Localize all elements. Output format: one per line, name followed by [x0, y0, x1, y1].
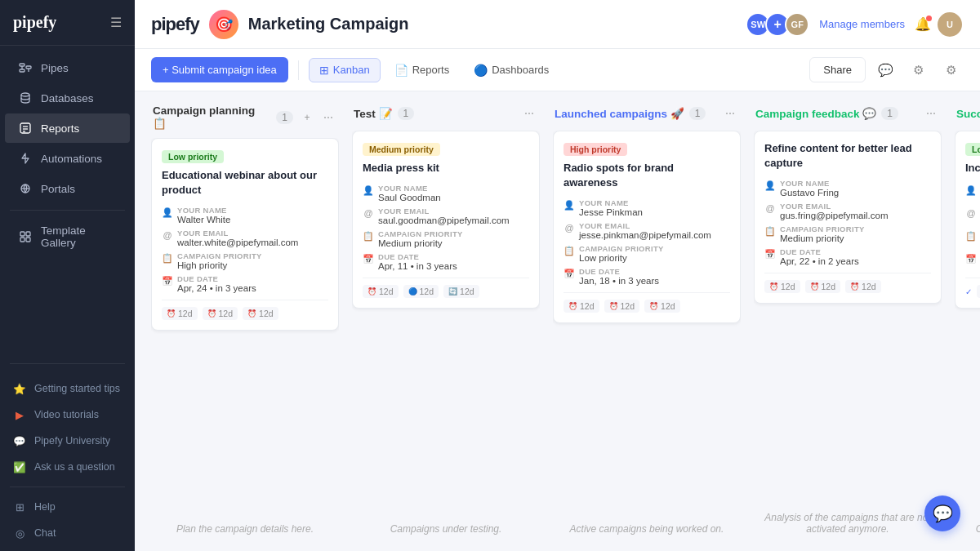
sidebar-item-portals[interactable]: Portals [5, 174, 130, 203]
portals-icon [18, 181, 33, 196]
name-value: Saul Goodman [378, 193, 529, 202]
column-menu-button[interactable]: ⋯ [721, 104, 739, 122]
tag-icon: ⏰ [810, 282, 819, 291]
sidebar-item-ask-question[interactable]: ✅ Ask us a question [0, 454, 135, 480]
card-email-field: @ YOUR EMAIL jesse.pinkman@pipefymail.co… [564, 221, 730, 240]
card-name-field: 👤 YOUR NAME Gustavo Fring [764, 179, 931, 198]
name-value: Walter White [177, 215, 328, 224]
card-tag: ⏰12d [764, 280, 800, 293]
tag-icon: ⏰ [167, 309, 176, 318]
column-menu-button[interactable]: ⋯ [922, 104, 940, 122]
sidebar-item-label: Databases [41, 92, 94, 104]
column-title: Launched campaigns 🚀 [555, 107, 684, 120]
column-body-test: Medium priority Media press kit 👤 YOUR N… [352, 131, 540, 512]
column-emoji: 📝 [379, 108, 393, 120]
sidebar-item-label: Automations [41, 153, 102, 165]
sidebar-item-automations[interactable]: Automations [5, 144, 130, 173]
card[interactable]: High priority Radio spots for brand awar… [553, 131, 741, 323]
submit-campaign-button[interactable]: + Submit campaign idea [151, 57, 288, 82]
member-avatars: SW + GF [746, 12, 809, 37]
svg-rect-12 [20, 232, 24, 236]
notifications-bell[interactable]: 🔔 [915, 16, 931, 32]
card-tag: ⏰12d [363, 285, 399, 298]
sidebar-item-reports[interactable]: Reports [5, 113, 130, 143]
person-icon: 👤 [764, 180, 776, 191]
sidebar-item-pipes[interactable]: Pipes [5, 53, 130, 82]
column-emoji: 💬 [862, 108, 876, 120]
sidebar-item-databases[interactable]: Databases [5, 83, 130, 113]
date-value: Apr, 24 • in 3 years [177, 283, 328, 293]
tab-kanban[interactable]: ⊞ Kanban [309, 58, 381, 82]
priority-icon: 📋 [162, 252, 173, 264]
card-footer: ✓ ⏰12d [965, 278, 980, 298]
card-tag: ⏰12d [644, 300, 680, 313]
settings-icon-button[interactable]: ⚙ [938, 57, 964, 83]
tab-reports[interactable]: 📄 Reports [384, 58, 461, 82]
column-emoji: 🚀 [670, 108, 684, 120]
topbar-logo: pipefy [151, 14, 199, 35]
sidebar-item-help[interactable]: ⊞ Help [0, 494, 135, 520]
sidebar-item-getting-started[interactable]: ⭐ Getting started tips [0, 375, 135, 402]
hamburger-icon[interactable]: ☰ [110, 15, 122, 30]
email-label: YOUR EMAIL [378, 207, 529, 216]
add-card-button[interactable]: + [298, 109, 316, 127]
page-title: Marketing Campaign [248, 15, 409, 33]
date-value: Apr, 22 • in 2 years [780, 256, 931, 266]
card[interactable]: Low priority Educational webinar about o… [151, 138, 339, 331]
column-body-campaign-planning: Low priority Educational webinar about o… [151, 138, 339, 512]
column-title: Campaign feedback 💬 [755, 107, 876, 120]
priority-field-label: CAMPAIGN PRIORITY [780, 224, 931, 233]
ask-question-label: Ask us a question [34, 461, 115, 473]
tag-icon: ⏰ [568, 302, 577, 310]
priority-field-label: CAMPAIGN PRIORITY [177, 251, 328, 260]
column-footer-successful: Congratulations! You were succ... [955, 520, 980, 538]
date-value: Apr, 11 • in 3 years [378, 261, 529, 271]
share-button[interactable]: Share [809, 57, 866, 82]
manage-members-link[interactable]: Manage members [819, 18, 905, 30]
email-icon: @ [564, 222, 575, 233]
toolbar: + Submit campaign idea ⊞ Kanban 📄 Report… [135, 49, 980, 91]
sidebar-item-template-gallery[interactable]: Template Gallery [5, 217, 130, 256]
date-label: DUE DATE [177, 274, 328, 283]
tab-dashboards[interactable]: 🔵 Dashboards [463, 58, 559, 82]
pipefy-university-label: Pipefy University [34, 435, 110, 447]
svg-rect-0 [20, 64, 24, 66]
name-value: Gustavo Fring [780, 188, 931, 198]
email-value: saul.goodman@pipefymail.com [378, 216, 529, 225]
column-launched-campaigns: Launched campaigns 🚀 1 ⋯ High priority R… [553, 104, 741, 538]
filter-icon-button[interactable]: ⚙ [905, 57, 931, 83]
column-menu-button[interactable]: ⋯ [520, 104, 538, 122]
column-actions: ⋯ [922, 104, 940, 122]
email-label: YOUR EMAIL [177, 229, 328, 238]
sidebar-item-video-tutorials[interactable]: ▶ Video tutorials [0, 402, 135, 428]
sidebar-item-chat[interactable]: ◎ Chat [0, 520, 135, 546]
email-value: jesse.pinkman@pipefymail.com [579, 230, 730, 240]
svg-rect-1 [20, 69, 24, 72]
chat-bubble-button[interactable]: 💬 [924, 495, 960, 531]
priority-icon: 📋 [965, 230, 977, 242]
card[interactable]: Low priority Increase Social Ads 👤 YOUR … [955, 131, 980, 309]
card-priority-field: 📋 CAMPAIGN PRIORITY Medium priority [363, 229, 529, 248]
message-icon-button[interactable]: 💬 [872, 57, 898, 83]
card[interactable]: Medium priority Media press kit 👤 YOUR N… [352, 131, 540, 309]
person-icon: 👤 [162, 207, 173, 218]
sidebar-item-pipefy-university[interactable]: 💬 Pipefy University [0, 428, 135, 454]
card-title: Media press kit [363, 161, 529, 176]
tag-icon: ⏰ [207, 309, 216, 318]
priority-badge: Low priority [965, 143, 980, 156]
column-campaign-planning: Campaign planning 📋 1 + ⋯ Low priority E… [151, 104, 339, 538]
date-icon: 📅 [764, 248, 776, 260]
card-priority-field: 📋 CAMPAIGN PRIORITY Medium priority [764, 224, 931, 243]
column-menu-button[interactable]: ⋯ [319, 109, 337, 127]
column-title: Successful ✅✓ [956, 107, 980, 120]
email-icon: @ [764, 202, 776, 214]
card[interactable]: Refine content for better lead capture 👤… [754, 131, 942, 304]
column-footer-campaign-planning: Plan the campaign details here. [151, 520, 339, 538]
column-count: 1 [276, 111, 293, 124]
user-avatar[interactable]: U [936, 11, 964, 38]
priority-field-value: Low priority [579, 253, 730, 263]
toolbar-separator [298, 60, 299, 80]
main-area: pipefy 🎯 Marketing Campaign SW + GF Mana… [135, 0, 980, 551]
kanban-board: Campaign planning 📋 1 + ⋯ Low priority E… [135, 91, 980, 551]
card-check: ✓ [965, 287, 972, 296]
